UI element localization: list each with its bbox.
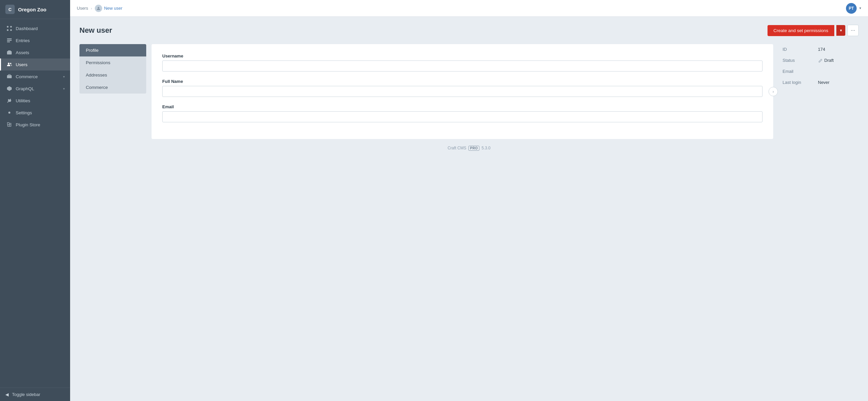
settings-icon bbox=[6, 110, 12, 116]
svg-rect-4 bbox=[7, 38, 12, 39]
form-nav-addresses[interactable]: Addresses bbox=[80, 69, 146, 81]
fullname-input[interactable] bbox=[162, 86, 763, 97]
meta-status-text: Draft bbox=[824, 58, 834, 63]
username-label: Username bbox=[162, 54, 763, 58]
meta-id-value: 174 bbox=[818, 47, 825, 52]
meta-lastlogin-value: Never bbox=[818, 80, 830, 85]
page-footer: Craft CMS PRO 5.3.0 bbox=[80, 139, 859, 157]
form-nav-profile[interactable]: Profile bbox=[80, 44, 146, 56]
email-label: Email bbox=[162, 104, 763, 109]
sidebar-item-entries-label: Entries bbox=[16, 38, 30, 43]
sidebar: C Oregon Zoo Dashboard Entries Assets bbox=[0, 0, 70, 401]
breadcrumb-separator: › bbox=[91, 6, 92, 10]
cms-label: Craft CMS bbox=[448, 146, 466, 150]
svg-rect-5 bbox=[7, 40, 12, 41]
panel-toggle-button[interactable]: › bbox=[769, 87, 778, 96]
topbar: Users › New user PT ▾ bbox=[70, 0, 868, 17]
user-avatar-button[interactable]: PT bbox=[846, 3, 857, 14]
breadcrumb-current: New user bbox=[95, 5, 123, 12]
sidebar-item-dashboard-label: Dashboard bbox=[16, 26, 38, 31]
meta-lastlogin-label: Last login bbox=[782, 80, 813, 85]
content-body: Profile Permissions Addresses Commerce ›… bbox=[80, 44, 859, 139]
sidebar-nav: Dashboard Entries Assets Users Commerce bbox=[0, 19, 70, 388]
draft-icon bbox=[818, 58, 823, 63]
page-header: New user Create and set permissions ▾ ··… bbox=[80, 25, 859, 36]
toggle-sidebar-label: Toggle sidebar bbox=[12, 392, 40, 397]
sidebar-item-settings[interactable]: Settings bbox=[0, 107, 70, 119]
username-input[interactable] bbox=[162, 60, 763, 71]
cms-version: 5.3.0 bbox=[482, 146, 491, 150]
fullname-group: Full Name bbox=[162, 79, 763, 97]
svg-rect-10 bbox=[7, 75, 12, 78]
chevron-down-icon-2: ▾ bbox=[63, 87, 65, 91]
sidebar-item-users[interactable]: Users bbox=[0, 58, 70, 70]
breadcrumb-avatar bbox=[95, 5, 102, 12]
entries-icon bbox=[6, 37, 12, 44]
header-actions: Create and set permissions ▾ ··· bbox=[768, 25, 859, 36]
toggle-sidebar-button[interactable]: ◀ Toggle sidebar bbox=[5, 392, 65, 397]
sidebar-item-users-label: Users bbox=[16, 62, 27, 67]
sidebar-item-settings-label: Settings bbox=[16, 110, 32, 115]
utilities-icon bbox=[6, 97, 12, 104]
main-area: Users › New user PT ▾ New user Create an… bbox=[70, 0, 868, 401]
create-dropdown-button[interactable]: ▾ bbox=[836, 25, 845, 36]
brand-name: Oregon Zoo bbox=[18, 7, 46, 12]
graphql-icon bbox=[6, 86, 12, 91]
meta-email-row: Email bbox=[782, 69, 859, 74]
meta-panel: ID 174 Status Draft Email bbox=[778, 44, 859, 93]
svg-point-3 bbox=[10, 29, 12, 31]
topbar-right: PT ▾ bbox=[846, 3, 861, 14]
meta-status-label: Status bbox=[782, 58, 813, 63]
breadcrumb-users[interactable]: Users bbox=[77, 6, 88, 11]
toggle-sidebar-icon: ◀ bbox=[5, 392, 9, 397]
user-menu-chevron[interactable]: ▾ bbox=[859, 6, 861, 10]
brand-icon: C bbox=[5, 5, 15, 14]
sidebar-item-assets-label: Assets bbox=[16, 50, 29, 55]
svg-point-0 bbox=[7, 26, 9, 28]
sidebar-brand: C Oregon Zoo bbox=[0, 0, 70, 19]
meta-email-label: Email bbox=[782, 69, 813, 74]
form-nav-permissions[interactable]: Permissions bbox=[80, 56, 146, 69]
svg-point-2 bbox=[7, 29, 9, 31]
sidebar-item-graphql-label: GraphQL bbox=[16, 86, 34, 91]
sidebar-item-utilities-label: Utilities bbox=[16, 98, 30, 103]
more-options-button[interactable]: ··· bbox=[847, 25, 859, 36]
meta-lastlogin-row: Last login Never bbox=[782, 80, 859, 85]
dashboard-icon bbox=[6, 25, 12, 31]
svg-rect-6 bbox=[7, 41, 10, 42]
chevron-down-icon: ▾ bbox=[63, 75, 65, 79]
sidebar-item-plugin-store-label: Plugin Store bbox=[16, 122, 40, 127]
sidebar-item-utilities[interactable]: Utilities bbox=[0, 94, 70, 107]
plugin-icon bbox=[6, 122, 12, 127]
svg-point-8 bbox=[8, 63, 10, 64]
svg-rect-7 bbox=[7, 51, 12, 55]
svg-point-1 bbox=[10, 26, 12, 28]
form-nav-commerce[interactable]: Commerce bbox=[80, 81, 146, 93]
commerce-icon bbox=[6, 74, 12, 80]
create-permissions-button[interactable]: Create and set permissions bbox=[768, 25, 834, 36]
svg-point-9 bbox=[10, 63, 11, 64]
username-group: Username bbox=[162, 54, 763, 71]
sidebar-item-assets[interactable]: Assets bbox=[0, 47, 70, 58]
page-title: New user bbox=[80, 26, 112, 35]
sidebar-item-dashboard[interactable]: Dashboard bbox=[0, 22, 70, 34]
breadcrumb-current-label: New user bbox=[104, 6, 123, 11]
content-area: New user Create and set permissions ▾ ··… bbox=[70, 17, 868, 401]
email-group: Email bbox=[162, 104, 763, 122]
pro-badge: PRO bbox=[468, 146, 479, 151]
svg-marker-11 bbox=[7, 86, 12, 91]
assets-icon bbox=[6, 50, 12, 55]
form-panel: › Username Full Name Email bbox=[152, 44, 773, 139]
users-icon bbox=[6, 61, 12, 67]
sidebar-item-commerce[interactable]: Commerce ▾ bbox=[0, 70, 70, 83]
meta-status-value: Draft bbox=[818, 58, 834, 63]
sidebar-item-entries[interactable]: Entries bbox=[0, 34, 70, 47]
fullname-label: Full Name bbox=[162, 79, 763, 84]
meta-status-row: Status Draft bbox=[782, 58, 859, 63]
sidebar-item-graphql[interactable]: GraphQL ▾ bbox=[0, 83, 70, 94]
sidebar-item-commerce-label: Commerce bbox=[16, 74, 38, 79]
svg-point-12 bbox=[97, 7, 99, 8]
email-input[interactable] bbox=[162, 111, 763, 122]
meta-id-row: ID 174 bbox=[782, 47, 859, 52]
sidebar-item-plugin-store[interactable]: Plugin Store bbox=[0, 119, 70, 131]
